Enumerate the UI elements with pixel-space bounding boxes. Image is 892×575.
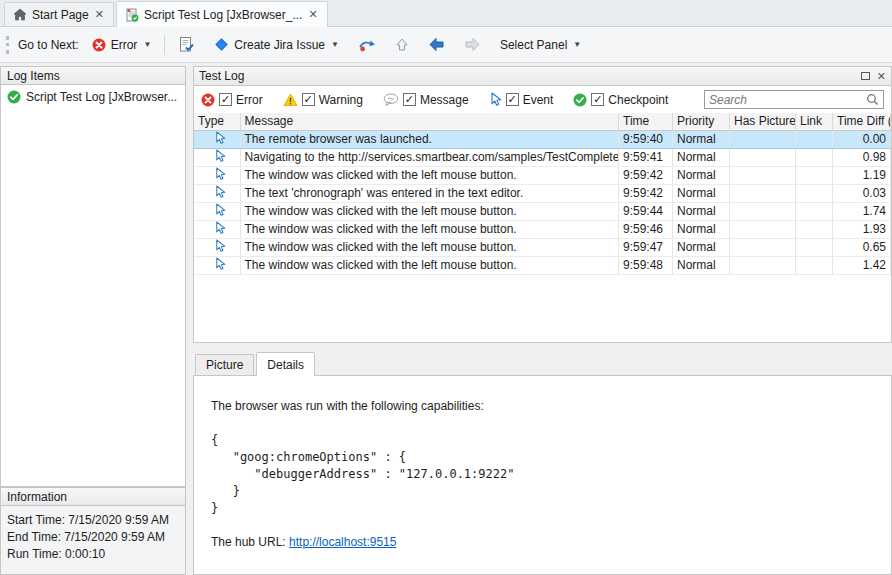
table-row[interactable]: The window was clicked with the left mou… (194, 166, 891, 184)
tree-item-label: Script Test Log [JxBrowser... (26, 90, 177, 104)
up-one-level-button[interactable] (389, 33, 415, 56)
table-row[interactable]: The window was clicked with the left mou… (194, 238, 891, 256)
column-header-priority[interactable]: Priority (673, 113, 730, 130)
toolbar-separator (164, 35, 165, 55)
row-type-cell (194, 238, 240, 256)
search-input[interactable] (709, 93, 866, 107)
column-header-link[interactable]: Link (796, 113, 833, 130)
row-priority-cell: Normal (673, 166, 730, 184)
info-line: End Time: 7/15/2020 9:59 AM (7, 529, 179, 546)
document-check-icon-button[interactable] (172, 32, 201, 57)
checkpoint-icon (573, 93, 587, 107)
log-items-tree: Script Test Log [JxBrowser... (0, 85, 186, 487)
tab-close-icon[interactable]: ✕ (307, 8, 318, 21)
tab-close-icon[interactable]: ✕ (94, 8, 105, 21)
checkpoint-checkbox[interactable]: ✓ (591, 93, 604, 106)
column-header-type[interactable]: Type (194, 113, 240, 130)
navigate-forward-button[interactable] (458, 33, 487, 56)
row-message-cell: The window was clicked with the left mou… (240, 202, 619, 220)
row-time-diff-cell: 1.19 (833, 166, 891, 184)
filter-error[interactable]: ✓ Error (201, 93, 263, 107)
home-icon (13, 8, 27, 21)
table-row[interactable]: The window was clicked with the left mou… (194, 220, 891, 238)
maximize-icon[interactable] (861, 72, 870, 80)
row-message-cell: The window was clicked with the left mou… (240, 220, 619, 238)
column-header-time-diff[interactable]: Time Diff (sec) (833, 113, 891, 130)
event-cursor-icon (214, 185, 226, 199)
close-icon[interactable]: ✕ (877, 71, 886, 81)
row-priority-cell: Normal (673, 220, 730, 238)
details-tabbar: Picture Details (193, 349, 892, 375)
row-time-diff-cell: 1.74 (833, 202, 891, 220)
go-to-next-error-dropdown[interactable]: Error ▼ (86, 34, 158, 56)
table-row[interactable]: The text 'chronograph' was entered in th… (194, 184, 891, 202)
create-jira-issue-button[interactable]: Create Jira Issue ▼ (208, 33, 345, 56)
test-log-panel-header: Test Log ✕ (194, 67, 891, 86)
warning-checkbox[interactable]: ✓ (302, 93, 315, 106)
hub-url-link[interactable]: http://localhost:9515 (289, 535, 396, 549)
tab-label: Script Test Log [JxBrowser_... (144, 8, 303, 22)
row-time-diff-cell: 0.00 (833, 130, 891, 148)
column-header-has-picture[interactable]: Has Picture (730, 113, 796, 130)
row-priority-cell: Normal (673, 130, 730, 148)
hub-url-line: The hub URL: http://localhost:9515 (211, 534, 881, 551)
tab-start-page[interactable]: Start Page ✕ (4, 2, 114, 26)
row-message-cell: The window was clicked with the left mou… (240, 238, 619, 256)
event-checkbox[interactable]: ✓ (506, 93, 519, 106)
info-line: Run Time: 0:00:10 (7, 546, 179, 563)
table-row[interactable]: The window was clicked with the left mou… (194, 256, 891, 274)
row-time-diff-cell: 0.65 (833, 238, 891, 256)
jump-to-source-button[interactable] (352, 33, 382, 57)
chevron-down-icon: ▼ (143, 40, 151, 49)
go-to-next-label: Go to Next: (18, 38, 79, 52)
green-check-icon (7, 90, 21, 104)
event-cursor-icon (489, 92, 502, 107)
filter-checkpoint[interactable]: ✓ Checkpoint (573, 93, 668, 107)
row-link-cell (796, 166, 833, 184)
event-cursor-icon (214, 257, 226, 271)
row-has-picture-cell (730, 256, 796, 274)
navigate-back-button[interactable] (422, 33, 451, 56)
row-time-cell: 9:59:42 (619, 184, 673, 202)
row-type-cell (194, 256, 240, 274)
search-icon[interactable] (866, 93, 879, 106)
row-priority-cell: Normal (673, 256, 730, 274)
warning-icon (283, 93, 298, 107)
error-checkbox[interactable]: ✓ (219, 93, 232, 106)
back-arrow-icon (428, 37, 445, 52)
filter-event[interactable]: ✓ Event (489, 92, 554, 107)
tree-item-script-test-log[interactable]: Script Test Log [JxBrowser... (1, 85, 185, 107)
filter-message[interactable]: ✓ Message (383, 93, 469, 107)
chevron-down-icon: ▼ (573, 40, 581, 49)
table-row[interactable]: The remote browser was launched. 9:59:40… (194, 130, 891, 148)
log-items-sidebar: Log Items Script Test Log [JxBrowser... … (0, 66, 186, 575)
log-items-header: Log Items (0, 66, 186, 85)
up-arrow-icon (395, 37, 409, 52)
error-icon (92, 38, 106, 52)
tab-picture[interactable]: Picture (195, 354, 254, 375)
capabilities-code-block: { "goog:chromeOptions" : { "debuggerAddr… (211, 432, 881, 517)
table-row[interactable]: The window was clicked with the left mou… (194, 202, 891, 220)
message-checkbox[interactable]: ✓ (403, 93, 416, 106)
filter-warning[interactable]: ✓ Warning (283, 93, 363, 107)
toolbar-grip[interactable] (6, 36, 9, 54)
table-row[interactable]: Navigating to the http://services.smartb… (194, 148, 891, 166)
tab-details[interactable]: Details (256, 352, 315, 376)
row-time-diff-cell: 0.03 (833, 184, 891, 202)
row-type-cell (194, 202, 240, 220)
message-icon (383, 93, 399, 107)
row-type-cell (194, 184, 240, 202)
select-panel-button[interactable]: Select Panel ▼ (494, 34, 587, 56)
details-intro: The browser was run with the following c… (211, 398, 881, 415)
log-table: Type Message Time Priority Has Picture L… (194, 113, 891, 275)
tab-script-test-log[interactable]: Script Test Log [JxBrowser_... ✕ (116, 1, 328, 27)
info-line: Start Time: 7/15/2020 9:59 AM (7, 512, 179, 529)
row-has-picture-cell (730, 130, 796, 148)
column-header-time[interactable]: Time (619, 113, 673, 130)
document-check-icon (178, 36, 195, 53)
column-header-message[interactable]: Message (240, 113, 619, 130)
row-link-cell (796, 130, 833, 148)
main-column: Test Log ✕ ✓ Error (193, 66, 892, 575)
row-time-cell: 9:59:41 (619, 148, 673, 166)
row-message-cell: Navigating to the http://services.smartb… (240, 148, 619, 166)
